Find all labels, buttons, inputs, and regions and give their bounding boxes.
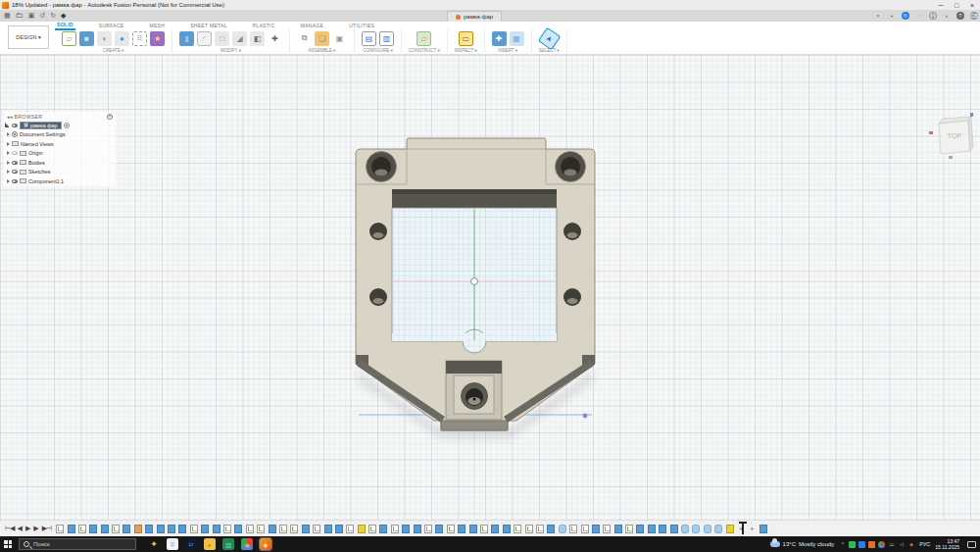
minimize-button[interactable]: ─ — [933, 2, 949, 9]
press-pull-icon[interactable]: ▮ — [179, 31, 194, 46]
timeline-feature-23[interactable] — [313, 525, 320, 533]
timeline-feature-32[interactable] — [414, 525, 421, 533]
taskbar-clock[interactable]: 13:47 15.11.2025 — [935, 538, 959, 551]
timeline-feature-50[interactable] — [614, 525, 622, 533]
timeline-feature-51[interactable] — [625, 525, 633, 533]
ribbon-group-label[interactable]: CONFIGURE ▾ — [363, 48, 393, 53]
file-menu-icon[interactable]: 🗀 — [16, 11, 24, 21]
timeline-feature-2[interactable] — [78, 525, 86, 533]
taskbar-app-chrome[interactable]: ◉ — [241, 538, 253, 550]
timeline-feature-30[interactable] — [391, 525, 399, 533]
timeline-feature-53[interactable] — [648, 525, 656, 533]
sweep-icon[interactable]: ◖ — [97, 31, 112, 46]
taskbar-app-office-green[interactable]: ◫ — [222, 538, 234, 550]
timeline-feature-14[interactable] — [213, 525, 220, 533]
ribbon-tab-plastic[interactable]: PLASTIC — [251, 22, 277, 29]
history-icon[interactable]: ◔ — [915, 12, 923, 20]
timeline-feature-5[interactable] — [112, 525, 120, 533]
ribbon-group-label[interactable]: INSPECT ▾ — [455, 48, 477, 53]
view-cube[interactable]: TOP — [927, 112, 978, 161]
timeline-feature-8[interactable] — [145, 525, 153, 533]
save-icon[interactable]: ▣ — [28, 11, 35, 21]
combine-icon[interactable]: ◧ — [250, 31, 265, 46]
pattern-icon[interactable]: ⠿ — [132, 31, 147, 46]
timeline-feature-43[interactable] — [536, 525, 544, 533]
notification-count-icon[interactable]: 1 — [929, 12, 937, 20]
timeline-feature-6[interactable] — [122, 525, 130, 533]
timeline-feature-44[interactable] — [547, 525, 555, 533]
eye-icon[interactable] — [12, 151, 18, 155]
timeline-feature-25[interactable] — [335, 525, 343, 533]
timeline-feature-33[interactable] — [424, 525, 432, 533]
timeline-feature-59[interactable] — [714, 525, 722, 533]
weather-widget[interactable]: 13°C Mostly cloudy — [770, 541, 835, 547]
expand-all-icon[interactable] — [5, 123, 10, 127]
bell-icon[interactable]: ◗ — [943, 12, 951, 20]
avatar-icon[interactable]: СВ — [970, 12, 978, 20]
timeline-feature-52[interactable] — [636, 525, 644, 533]
browser-root-row[interactable]: рамка фар — [4, 121, 116, 130]
fillet-icon[interactable]: ◜ — [197, 31, 212, 46]
timeline-playhead[interactable] — [742, 522, 744, 534]
browser-item-sketches[interactable]: Sketches — [4, 168, 116, 177]
timeline-feature-58[interactable] — [704, 525, 711, 533]
new-component-icon[interactable]: ❏ — [315, 31, 329, 46]
taskbar-app-fusion[interactable]: ◈ — [260, 538, 271, 550]
extensions-icon[interactable]: ◆ — [61, 11, 66, 21]
timeline-feature-38[interactable] — [480, 525, 488, 533]
timeline-feature-29[interactable] — [379, 525, 387, 533]
center-boss[interactable] — [446, 361, 502, 420]
browser-item-named-views[interactable]: Named Views — [4, 139, 116, 149]
select-cursor-icon[interactable]: ➤ — [539, 28, 560, 49]
timeline-feature-36[interactable] — [458, 525, 466, 533]
taskbar-app-lightroom[interactable]: Lr — [185, 538, 197, 550]
tray-volume-icon[interactable]: ◁ — [898, 541, 905, 548]
isolate-icon[interactable] — [64, 123, 70, 128]
form-icon[interactable]: ★ — [150, 31, 165, 46]
ribbon-group-label[interactable]: CREATE ▾ — [103, 48, 123, 53]
counterbore-hole-left[interactable] — [367, 152, 397, 182]
taskbar-search[interactable]: Поиск — [19, 538, 136, 550]
timeline-feature-48[interactable] — [592, 525, 600, 533]
ribbon-group-label[interactable]: MODIFY ▾ — [220, 48, 241, 53]
extrude-icon[interactable]: ■ — [79, 31, 94, 46]
help-icon[interactable]: ? — [956, 12, 964, 20]
timeline-feature-7[interactable] — [134, 525, 142, 533]
collapse-browser-icon[interactable]: ◂◂ — [7, 114, 15, 120]
go-to-end-icon[interactable]: ▶⊣ — [42, 525, 51, 532]
tray-blue-icon[interactable] — [858, 541, 865, 548]
tray-chrome-icon[interactable] — [878, 541, 885, 548]
browser-item-document-settings[interactable]: Document Settings — [4, 130, 116, 140]
ribbon-tab-utilities[interactable]: UTILITIES — [347, 22, 376, 29]
timeline-feature-42[interactable] — [525, 525, 533, 533]
configuration-icon[interactable]: ▤ — [362, 31, 376, 46]
restore-button[interactable]: □ — [949, 2, 964, 9]
tray-display-icon[interactable]: ▭ — [888, 541, 895, 548]
construction-plane-icon[interactable]: ▱ — [416, 31, 431, 46]
tray-orange-icon[interactable] — [868, 541, 875, 548]
expand-icon[interactable] — [7, 132, 10, 136]
close-button[interactable]: × — [964, 2, 980, 9]
browser-item-bodies[interactable]: Bodies — [4, 158, 116, 168]
timeline-feature-46[interactable] — [569, 525, 577, 533]
timeline-feature-60[interactable] — [726, 525, 734, 533]
timeline-feature-57[interactable] — [692, 525, 700, 533]
expand-icon[interactable] — [7, 179, 10, 183]
tray-green-icon[interactable] — [849, 541, 856, 548]
timeline-feature-49[interactable] — [603, 525, 611, 533]
job-status-icon[interactable]: ↻ — [902, 12, 909, 20]
bottom-tab[interactable] — [441, 421, 508, 430]
expand-icon[interactable] — [7, 151, 10, 155]
step-forward-icon[interactable]: ▶ — [33, 525, 38, 532]
ribbon-group-label[interactable]: CONSTRUCT ▾ — [409, 48, 440, 53]
timeline-feature-19[interactable] — [269, 525, 276, 533]
timeline-feature-34[interactable] — [435, 525, 443, 533]
rigid-group-icon[interactable]: ▣ — [332, 31, 347, 46]
expand-icon[interactable] — [7, 161, 10, 165]
browser-item-component1-1[interactable]: Component1:1 — [4, 176, 116, 186]
close-tab-icon[interactable]: × — [874, 12, 882, 20]
timeline-feature-17[interactable] — [246, 525, 254, 533]
timeline-feature-1[interactable] — [68, 525, 75, 533]
timeline-feature-26[interactable] — [346, 525, 354, 533]
timeline-feature-39[interactable] — [491, 525, 499, 533]
